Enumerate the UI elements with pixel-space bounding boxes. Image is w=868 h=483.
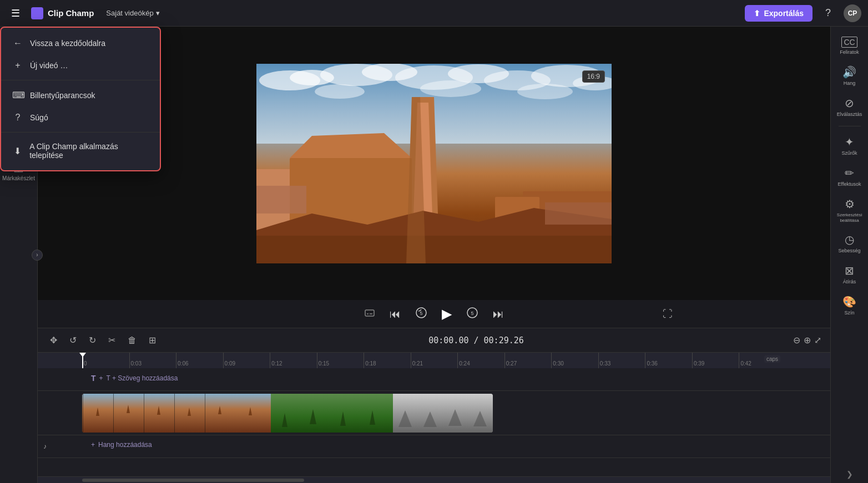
video-track-label	[38, 402, 82, 424]
timeline-delete-button[interactable]: 🗑	[124, 333, 140, 348]
sidebar-expand-button[interactable]: ›	[32, 250, 43, 261]
dropdown-install-app[interactable]: ⬇ A Clip Champ alkalmazás telepítése	[1, 136, 160, 166]
right-panel-subtitles[interactable]: CC Feliratok	[832, 32, 867, 60]
dropdown-help[interactable]: ? Súgó	[1, 106, 160, 129]
scrollbar-thumb[interactable]	[82, 479, 304, 482]
audio-track-row: ♪ + Hang hozzáadása	[38, 435, 830, 458]
rewind-button[interactable]: 5	[413, 304, 430, 324]
svg-rect-52	[332, 394, 362, 433]
export-button[interactable]: ⬆ Exportálás	[745, 5, 813, 22]
video-clip-block[interactable]	[82, 394, 493, 433]
color-icon: 🎨	[842, 295, 856, 308]
svg-text:5: 5	[471, 311, 473, 316]
dropdown-new-video-label: Új videó …	[30, 61, 68, 70]
split-icon: ⊘	[845, 96, 854, 110]
zoom-out-button[interactable]: ⊖	[793, 335, 800, 345]
hamburger-menu-button[interactable]: ☰	[7, 5, 24, 22]
forward-button[interactable]: 5	[464, 304, 481, 324]
project-tab[interactable]: Saját videókép ▾	[100, 7, 165, 19]
rocks-svg	[256, 64, 612, 263]
topbar: ☰ Clip Champ Saját videókép ▾ ⬆ Exportál…	[0, 0, 868, 27]
filters-icon: ✦	[845, 135, 854, 149]
svg-rect-36	[113, 394, 114, 433]
audio-track-content: + Hang hozzáadása	[82, 435, 830, 457]
help-button[interactable]: ?	[818, 3, 838, 23]
dropdown-new-video[interactable]: + Új videó …	[1, 54, 160, 77]
dropdown-divider-2	[1, 132, 160, 133]
video-track-content[interactable]	[82, 394, 830, 433]
transform-label: Szerkesztési beállítása	[835, 212, 865, 223]
timeline-playhead[interactable]	[82, 353, 83, 368]
ruler-mark-12: 0:12	[270, 353, 317, 368]
right-panel-audio[interactable]: 🔊 Hang	[832, 61, 867, 91]
clip-segment-desert[interactable]	[82, 394, 271, 433]
plus-icon: +	[12, 60, 23, 70]
timeline-ruler: 0 0:03 0:06 0:09 0:12 0:15 0:18 0:21 0:2…	[38, 353, 830, 368]
dropdown-shortcuts[interactable]: ⌨ Billentyűparancsok	[1, 84, 160, 106]
right-panel-transform[interactable]: ⚙ Szerkesztési beállítása	[832, 193, 867, 227]
dropdown-back-home[interactable]: ← Vissza a kezdőoldalra	[1, 32, 160, 54]
fit-timeline-button[interactable]: ⤢	[814, 335, 821, 345]
timeline-area: ✥ ↺ ↻ ✂ 🗑 ⊞ 00:00.00 / 00:29.26 ⊖ ⊕ ⤢	[38, 328, 830, 483]
captions-toggle-button[interactable]	[362, 305, 377, 323]
dropdown-divider-1	[1, 80, 160, 80]
svg-rect-53	[362, 394, 393, 433]
svg-rect-34	[83, 394, 83, 433]
ruler-mark-3: 0:03	[129, 353, 176, 368]
timeline-split-button[interactable]: ⊞	[145, 333, 159, 348]
right-panel: CC Feliratok 🔊 Hang ⊘ Elválasztás ✦ Szűr…	[830, 27, 868, 483]
rewind-icon: 5	[415, 307, 427, 319]
right-panel-speed[interactable]: ◷ Sebesség	[832, 228, 867, 258]
timeline-move-tool[interactable]: ✥	[47, 333, 60, 348]
right-panel-color[interactable]: 🎨 Szín	[832, 291, 867, 321]
ruler-mark-18: 0:18	[364, 353, 411, 368]
timeline-redo-button[interactable]: ↻	[85, 333, 99, 348]
dropdown-back-label: Vissza a kezdőoldalra	[30, 39, 105, 48]
right-panel-collapse-button[interactable]: ❯	[842, 465, 857, 483]
svg-rect-38	[144, 394, 144, 433]
user-avatar[interactable]: CP	[844, 4, 861, 22]
effects-label: Effektusok	[838, 181, 861, 187]
sidebar-brand-label: Márkakészlet	[2, 175, 35, 182]
svg-rect-42	[205, 394, 205, 433]
speed-icon: ◷	[845, 233, 854, 246]
audio-track-label: ♪	[38, 435, 82, 457]
aspect-ratio-badge: 16:9	[582, 70, 605, 83]
app-title: Clip Champ	[48, 8, 94, 18]
export-icon: ⬆	[754, 9, 760, 18]
ruler-mark-27: 0:27	[504, 353, 552, 368]
right-panel-transcribe[interactable]: ⊠ Átírás	[832, 260, 867, 289]
right-panel-filters[interactable]: ✦ Szűrők	[832, 131, 867, 161]
audio-add-text: Hang hozzáadása	[98, 441, 152, 449]
download-icon: ⬇	[12, 146, 23, 156]
timeline-undo-button[interactable]: ↺	[66, 333, 80, 348]
timeline-cut-button[interactable]: ✂	[105, 333, 119, 348]
svg-rect-51	[301, 394, 332, 433]
fullscreen-button[interactable]: ⛶	[660, 306, 675, 322]
svg-rect-24	[256, 186, 306, 213]
right-panel-split[interactable]: ⊘ Elválasztás	[832, 92, 867, 122]
text-track-add-label[interactable]: T + T + Szöveg hozzáadása	[82, 368, 830, 388]
ruler-mark-6: 0:06	[176, 353, 223, 368]
text-track-row: T + T + Szöveg hozzáadása	[38, 368, 830, 391]
text-track-content: T + T + Szöveg hozzáadása	[82, 368, 830, 390]
skip-to-start-button[interactable]: ⏮	[387, 306, 403, 323]
back-icon: ←	[12, 38, 23, 48]
clip-segment-snow[interactable]	[393, 394, 493, 433]
effects-icon: ✏	[845, 166, 854, 180]
skip-to-end-button[interactable]: ⏭	[491, 306, 506, 323]
dropdown-install-label: A Clip Champ alkalmazás telepítése	[29, 142, 149, 160]
text-track-plus-icon: +	[99, 374, 103, 382]
transcribe-icon: ⊠	[845, 264, 854, 277]
video-track-row	[38, 391, 830, 435]
audio-add-label[interactable]: + Hang hozzáadása	[82, 435, 830, 454]
timeline-scrollbar[interactable]	[38, 476, 830, 483]
right-panel-effects[interactable]: ✏ Effektusok	[832, 162, 867, 192]
play-button[interactable]: ▶	[440, 304, 454, 324]
clip-segment-forest[interactable]	[271, 394, 393, 433]
video-controls: ⏮ 5 ▶ 5 ⏭ ⛶	[38, 300, 830, 328]
dropdown-shortcuts-label: Billentyűparancsok	[30, 91, 95, 100]
captions-icon	[364, 307, 375, 318]
audio-icon: 🔊	[842, 65, 856, 79]
zoom-in-button[interactable]: ⊕	[804, 335, 811, 345]
